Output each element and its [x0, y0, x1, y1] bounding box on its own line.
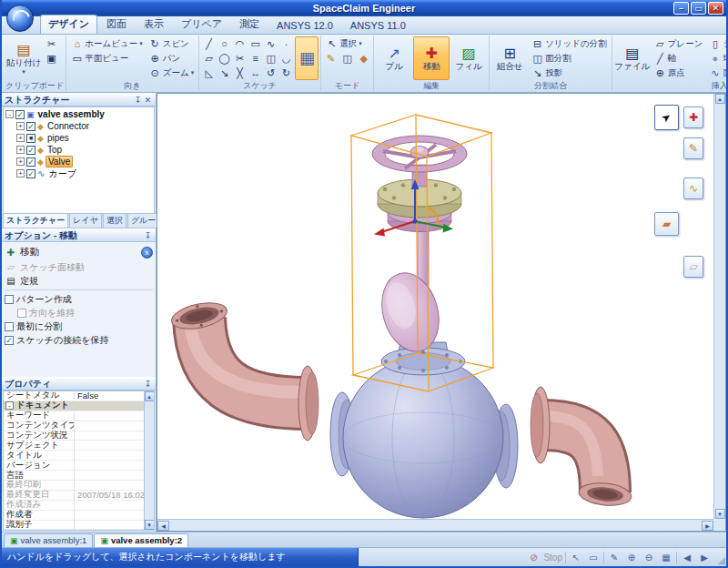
zoom-out-icon[interactable]: ⊖ [642, 551, 656, 564]
select-tool[interactable]: ➤ [654, 105, 679, 130]
maximize-button[interactable]: ▭ [691, 2, 706, 15]
cut-button[interactable]: ✂ [43, 36, 60, 51]
zoom-button[interactable]: ⊙ズーム▾ [147, 66, 197, 80]
scroll-up-icon[interactable]: ▲ [715, 94, 725, 104]
visibility-checkbox[interactable]: ✓ [26, 122, 35, 131]
ribbon-tab[interactable]: プリペア [173, 15, 230, 34]
option-checkbox-row[interactable]: 最初に分割 [5, 320, 153, 333]
panel-tab[interactable]: レイヤ [69, 213, 102, 228]
combine-button[interactable]: ⊞組合せ [491, 36, 528, 80]
visibility-checkbox[interactable]: ✓ [26, 146, 35, 155]
scroll-right-icon[interactable]: ▶ [702, 521, 713, 531]
sketch-redo-button[interactable]: ↻ [278, 66, 294, 80]
ribbon-tab[interactable]: デザイン [40, 15, 97, 34]
sketch-rectangle-button[interactable]: ▭ [248, 36, 263, 51]
collapse-options-button[interactable]: × [141, 247, 153, 259]
expander-icon[interactable]: + [16, 169, 25, 178]
checkbox[interactable] [17, 309, 26, 318]
checkbox[interactable] [5, 295, 14, 304]
tree-item[interactable]: +■◆pipes [4, 132, 154, 144]
sketch-fillet-button[interactable]: ◡ [278, 51, 294, 66]
mode-sketch-button[interactable]: ✎ [323, 51, 339, 66]
prev-icon[interactable]: ◀ [680, 551, 694, 564]
tree-item-label[interactable]: pipes [46, 133, 71, 143]
left-elbow-pipe[interactable] [169, 299, 318, 441]
ribbon-tab[interactable]: 表示 [136, 15, 172, 34]
document-tab[interactable]: ▣valve assembly:1 [4, 533, 93, 547]
properties-scrollbar[interactable]: ▲ ▼ [144, 391, 154, 530]
tree-item-label[interactable]: Connector [46, 121, 91, 131]
visibility-checkbox[interactable]: ✓ [15, 110, 25, 119]
scroll-down-icon[interactable]: ▼ [145, 520, 155, 530]
plane-button[interactable]: ▱プレーン [652, 36, 706, 51]
right-elbow-pipe[interactable] [531, 387, 632, 508]
visibility-checkbox[interactable]: ✓ [26, 157, 35, 167]
sketch-point-button[interactable]: ∙ [278, 36, 294, 51]
visibility-checkbox[interactable]: ✓ [26, 169, 35, 178]
ribbon-tab[interactable]: ANSYS 12.0 [268, 17, 341, 34]
handwheel[interactable] [372, 136, 467, 187]
expander-icon[interactable]: + [16, 157, 25, 166]
viewport-horizontal-scrollbar[interactable]: ◀ ▶ [157, 519, 713, 531]
tree-item-label[interactable]: Top [46, 145, 64, 155]
pencil-icon[interactable]: ✎ [607, 551, 622, 564]
tree-item[interactable]: +✓∿カーブ [4, 167, 154, 179]
3d-scene[interactable] [157, 94, 713, 519]
visibility-checkbox[interactable]: ■ [26, 134, 35, 143]
expander-icon[interactable]: + [16, 146, 25, 154]
sketch-mirror-button[interactable]: ◫ [263, 51, 278, 66]
sketch-project-button[interactable]: ↘ [217, 66, 232, 80]
pin-icon[interactable]: ↧ [133, 96, 143, 105]
select-button[interactable]: ↖選択▾ [323, 36, 365, 51]
sketch-arc-button[interactable]: ◠ [232, 36, 248, 51]
sketch-chamfer-button[interactable]: ◺ [201, 66, 217, 80]
split-face-button[interactable]: ◫面分割 [529, 51, 610, 66]
split-solid-button[interactable]: ⊟ソリッドの分割 [529, 36, 610, 51]
frame-icon[interactable]: ▭ [586, 551, 601, 564]
tree-item[interactable]: +✓◆Top [4, 144, 154, 156]
ribbon-tab[interactable]: 測定 [231, 15, 268, 34]
move-component-tool[interactable]: ✚ [683, 106, 703, 128]
curve-tool[interactable]: ∿ [683, 178, 703, 199]
scroll-down-icon[interactable]: ▼ [715, 509, 725, 519]
tree-item[interactable]: +✓◆Valve [4, 156, 154, 167]
checkbox[interactable]: ✓ [5, 336, 14, 345]
sketch-ellipse-button[interactable]: ◯ [217, 51, 232, 66]
pin-icon[interactable]: ↧ [143, 380, 153, 389]
extra-tool[interactable]: ▱ [683, 256, 703, 278]
option-checkbox-row[interactable]: ✓スケッチの接続を保持 [5, 333, 153, 347]
resize-grip[interactable]: ◢ [718, 555, 725, 565]
option-checkbox-row[interactable]: パターン作成 [5, 292, 153, 306]
minimize-button[interactable]: – [673, 2, 689, 15]
expander-icon[interactable]: + [16, 134, 25, 142]
face-curve-button[interactable]: ∿面カーブ [706, 66, 726, 80]
sketch-circle-button[interactable]: ○ [217, 36, 232, 51]
pointer-icon[interactable]: ↖ [569, 551, 583, 564]
expander-icon[interactable]: - [5, 110, 14, 118]
scroll-up-icon[interactable]: ▲ [145, 391, 155, 401]
collapse-icon[interactable]: - [5, 401, 14, 410]
sketch-construction-button[interactable]: ╳ [232, 66, 248, 80]
copy-button[interactable]: ▣ [43, 51, 60, 66]
checkbox[interactable] [5, 322, 14, 331]
panel-close-icon[interactable]: ✕ [143, 96, 153, 105]
pin-icon[interactable]: ↧ [143, 231, 153, 240]
project-button[interactable]: ↘投影 [529, 66, 610, 80]
fill-button[interactable]: ▨フィル [450, 36, 487, 80]
spaceclaim-logo[interactable] [6, 5, 34, 32]
tree-item[interactable]: +✓◆Connector [4, 120, 154, 132]
zoom-in-icon[interactable]: ⊕ [624, 551, 639, 564]
spin-button[interactable]: ↻スピン [147, 36, 197, 51]
option-tool-row[interactable]: ▱スケッチ面移動 [5, 260, 153, 274]
property-value[interactable]: False [75, 390, 144, 401]
tree-item[interactable]: -✓▣valve assembly [4, 108, 154, 120]
ribbon-tab[interactable]: 図面 [98, 15, 135, 34]
file-button[interactable]: ▤ファイル [614, 36, 651, 80]
panel-tab[interactable]: 選択 [103, 213, 126, 228]
sketch-trim-button[interactable]: ✂ [232, 51, 248, 66]
sketch-pencil-tool[interactable]: ✎ [683, 137, 703, 159]
sketch-spline-button[interactable]: ∿ [263, 36, 278, 51]
tree-item-label[interactable]: Valve [46, 156, 73, 167]
paste-button[interactable]: ▤貼り付け▾ [5, 36, 42, 80]
viewport-vertical-scrollbar[interactable]: ▲ ▼ [713, 94, 725, 519]
